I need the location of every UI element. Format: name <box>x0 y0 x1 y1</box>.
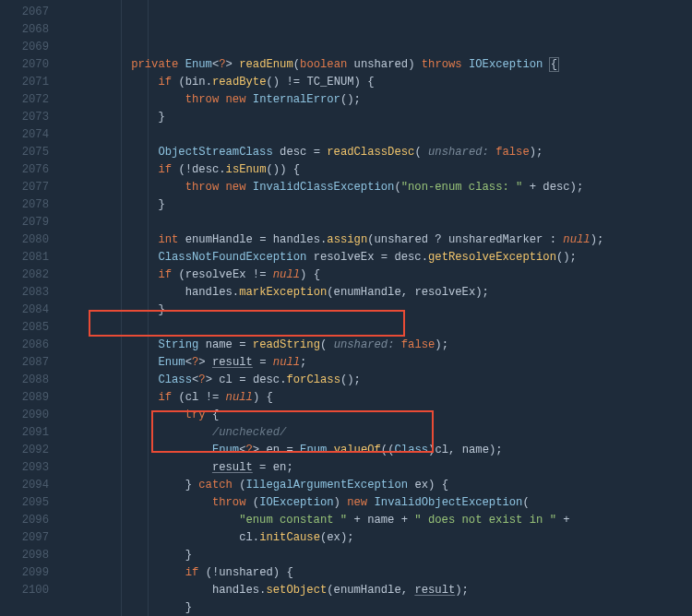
code-line[interactable]: } <box>64 109 692 126</box>
line-number: 2092 <box>0 442 49 459</box>
code-line[interactable]: /unchecked/ <box>64 424 692 442</box>
line-number: 2097 <box>0 529 49 547</box>
line-number: 2083 <box>0 284 49 302</box>
line-number: 2100 <box>0 582 49 599</box>
line-number: 2096 <box>0 512 49 529</box>
code-line[interactable]: "enum constant " + name + " does not exi… <box>64 512 692 529</box>
line-number: 2069 <box>0 39 49 56</box>
code-line[interactable]: if (!unshared) { <box>64 564 692 582</box>
code-line[interactable]: handles.markException(enumHandle, resolv… <box>64 284 692 302</box>
line-number: 2082 <box>0 267 49 284</box>
line-number: 2068 <box>0 21 49 39</box>
line-number: 2081 <box>0 249 49 267</box>
line-number: 2085 <box>0 319 49 337</box>
line-number: 2094 <box>0 477 49 494</box>
code-line[interactable]: if (resolveEx != null) { <box>64 267 692 284</box>
code-line[interactable]: cl.initCause(ex); <box>64 529 692 547</box>
code-line[interactable] <box>64 126 692 144</box>
code-line[interactable]: private Enum<?> readEnum(boolean unshare… <box>64 56 692 74</box>
code-line[interactable]: String name = readString( unshared: fals… <box>64 337 692 354</box>
code-line[interactable]: if (!desc.isEnum()) { <box>64 161 692 179</box>
line-number: 2086 <box>0 337 49 354</box>
code-line[interactable]: if (cl != null) { <box>64 389 692 407</box>
code-line[interactable] <box>64 319 692 337</box>
code-line[interactable]: } <box>64 302 692 319</box>
line-number: 2070 <box>0 56 49 74</box>
line-number: 2087 <box>0 354 49 372</box>
line-number: 2067 <box>0 4 49 21</box>
code-line[interactable]: ClassNotFoundException resolveEx = desc.… <box>64 249 692 267</box>
code-line[interactable]: } catch (IllegalArgumentException ex) { <box>64 477 692 494</box>
line-number: 2089 <box>0 389 49 407</box>
code-line[interactable]: } <box>64 547 692 564</box>
code-line[interactable]: throw new InternalError(); <box>64 91 692 109</box>
line-number: 2093 <box>0 459 49 477</box>
line-number-gutter: 2067206820692070207120722073207420752076… <box>0 0 56 616</box>
code-line[interactable]: } <box>64 196 692 214</box>
code-line[interactable]: Enum<?> en = Enum.valueOf((Class)cl, nam… <box>64 442 692 459</box>
line-number: 2079 <box>0 214 49 231</box>
line-number: 2080 <box>0 231 49 249</box>
code-line[interactable]: ObjectStreamClass desc = readClassDesc( … <box>64 144 692 161</box>
line-number: 2091 <box>0 424 49 442</box>
line-number: 2090 <box>0 407 49 424</box>
code-line[interactable]: result = en; <box>64 459 692 477</box>
line-number: 2073 <box>0 109 49 126</box>
line-number: 2095 <box>0 494 49 512</box>
code-editor[interactable]: 2067206820692070207120722073207420752076… <box>0 0 692 616</box>
code-line[interactable]: throw new InvalidClassException("non-enu… <box>64 179 692 196</box>
code-line[interactable]: Enum<?> result = null; <box>64 354 692 372</box>
line-number: 2078 <box>0 196 49 214</box>
code-line[interactable] <box>64 214 692 231</box>
code-line[interactable]: int enumHandle = handles.assign(unshared… <box>64 231 692 249</box>
line-number: 2076 <box>0 161 49 179</box>
line-number: 2084 <box>0 302 49 319</box>
code-line[interactable]: handles.setObject(enumHandle, result); <box>64 582 692 599</box>
line-number: 2098 <box>0 547 49 564</box>
code-area[interactable]: private Enum<?> readEnum(boolean unshare… <box>56 0 692 616</box>
line-number: 2088 <box>0 372 49 389</box>
line-number: 2077 <box>0 179 49 196</box>
code-line[interactable]: if (bin.readByte() != TC_ENUM) { <box>64 74 692 91</box>
line-number: 2071 <box>0 74 49 91</box>
line-number: 2099 <box>0 564 49 582</box>
line-number: 2074 <box>0 126 49 144</box>
line-number: 2075 <box>0 144 49 161</box>
line-number: 2072 <box>0 91 49 109</box>
code-line[interactable]: } <box>64 599 692 616</box>
code-line[interactable]: Class<?> cl = desc.forClass(); <box>64 372 692 389</box>
code-line[interactable]: throw (IOException) new InvalidObjectExc… <box>64 494 692 512</box>
code-line[interactable]: try { <box>64 407 692 424</box>
